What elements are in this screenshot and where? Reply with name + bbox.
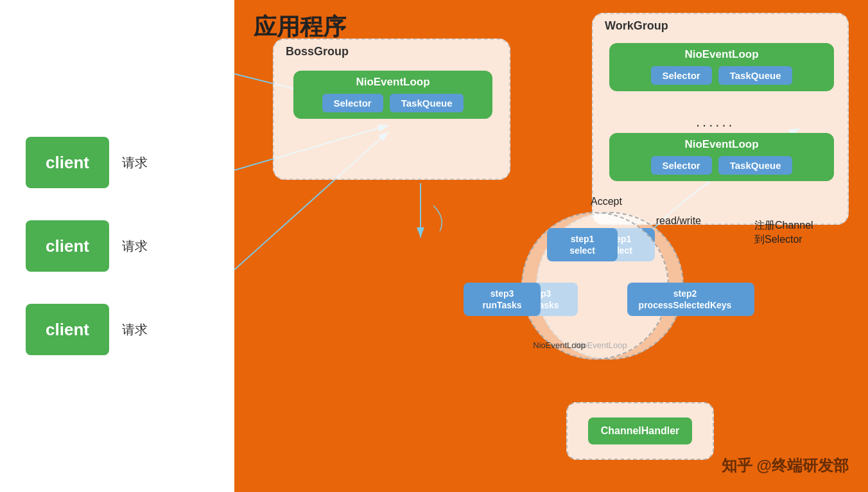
request-label-1: 请求 [122,154,148,171]
work-nioeventloop-box-1: NioEventLoop Selector TaskQueue [609,43,834,91]
client-row-1: client 请求 [26,137,148,188]
boss-nel-inner-row: Selector TaskQueue [322,94,464,112]
request-label-2: 请求 [122,238,148,255]
accept-annotation: Accept [591,196,622,207]
work-step3-box: step3 runTasks [464,283,541,316]
boss-nioeventloop-box: NioEventLoop Selector TaskQueue [293,71,492,119]
work-nel-inner-row-1: Selector TaskQueue [651,66,793,85]
client-box-2: client [26,220,109,272]
work-step2-box: step2 processSelectedKeys [627,283,743,316]
work-nel-inner-row-2: Selector TaskQueue [651,156,793,175]
work-nioeventloop-label-1: NioEventLoop [684,48,758,61]
work-taskqueue-box-1: TaskQueue [718,66,793,85]
work-selector-box-1: Selector [651,66,712,85]
boss-selector-box: Selector [322,94,383,112]
boss-taskqueue-box: TaskQueue [390,94,464,112]
channel-handler-box: ChannelHandler [588,417,693,444]
client-box-3: client [26,304,109,355]
work-nioeventloop-box-2: NioEventLoop Selector TaskQueue [609,133,834,181]
boss-nioeventloop-label: NioEventLoop [356,76,430,89]
bossgroup-box: BossGroup NioEventLoop Selector TaskQueu… [273,39,510,180]
watermark: 知乎 @终端研发部 [722,455,849,476]
client-row-3: client 请求 [26,304,148,355]
register-annotation: 注册Channel 到Selector [754,218,813,247]
client-box-1: client [26,137,109,188]
workgroup-label: WorkGroup [605,19,668,33]
work-step1-box: step1 select [547,228,618,261]
work-nel-circle-label: NioEventLoop [533,340,586,350]
left-panel: client 请求 client 请求 client 请求 [0,0,234,492]
main-panel: 应用程序 BossGroup NioEventLoop Selector Tas… [234,0,868,492]
work-nioeventloop-label-2: NioEventLoop [684,138,758,151]
work-selector-box-2: Selector [651,156,712,175]
request-label-3: 请求 [122,321,148,338]
client-row-2: client 请求 [26,220,148,272]
workgroup-box: WorkGroup NioEventLoop Selector TaskQueu… [592,13,849,225]
dots-label: ...... [696,114,735,130]
work-taskqueue-box-2: TaskQueue [718,156,793,175]
readwrite-annotation: read/write [656,215,701,227]
bossgroup-label: BossGroup [286,45,349,58]
channel-handler-wrapper: ChannelHandler [566,402,714,460]
